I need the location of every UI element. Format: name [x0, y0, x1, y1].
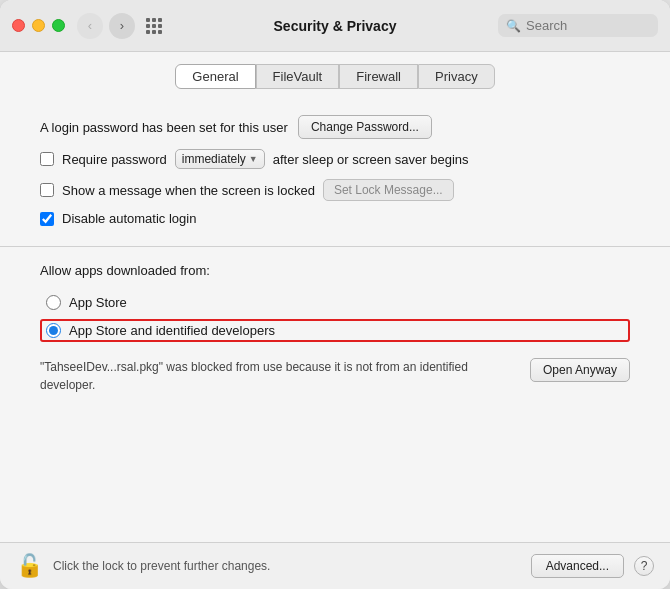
help-button[interactable]: ? — [634, 556, 654, 576]
search-box[interactable]: 🔍 — [498, 14, 658, 37]
allow-apps-section: Allow apps downloaded from: App Store Ap… — [40, 247, 630, 394]
require-password-suffix: after sleep or screen saver begins — [273, 152, 469, 167]
titlebar: ‹ › Security & Privacy 🔍 — [0, 0, 670, 52]
tab-general[interactable]: General — [175, 64, 255, 89]
lock-icon: 🔓 — [16, 553, 43, 579]
content-area: A login password has been set for this u… — [0, 99, 670, 542]
search-input[interactable] — [526, 18, 650, 33]
login-password-row: A login password has been set for this u… — [40, 115, 630, 139]
change-password-button[interactable]: Change Password... — [298, 115, 432, 139]
set-lock-message-button[interactable]: Set Lock Message... — [323, 179, 454, 201]
maximize-button[interactable] — [52, 19, 65, 32]
security-privacy-window: ‹ › Security & Privacy 🔍 General FileVau… — [0, 0, 670, 589]
blocked-app-row: "TahseeIDev...rsal.pkg" was blocked from… — [40, 358, 630, 394]
password-timing-dropdown[interactable]: immediately ▼ — [175, 149, 265, 169]
radio-app-store-devs-row: App Store and identified developers — [40, 319, 630, 342]
window-title: Security & Privacy — [274, 18, 397, 34]
require-password-checkbox[interactable] — [40, 152, 54, 166]
show-message-row: Show a message when the screen is locked… — [40, 179, 630, 201]
require-password-row: Require password immediately ▼ after sle… — [40, 149, 630, 169]
tabs-bar: General FileVault Firewall Privacy — [0, 52, 670, 99]
minimize-button[interactable] — [32, 19, 45, 32]
grid-icon — [146, 18, 162, 34]
grid-menu-button[interactable] — [141, 13, 167, 39]
back-button[interactable]: ‹ — [77, 13, 103, 39]
login-password-text: A login password has been set for this u… — [40, 120, 288, 135]
tab-filevault[interactable]: FileVault — [256, 64, 340, 89]
radio-group-allow-apps: App Store App Store and identified devel… — [40, 292, 630, 342]
disable-auto-login-row: Disable automatic login — [40, 211, 630, 226]
chevron-down-icon: ▼ — [249, 154, 258, 164]
disable-auto-login-checkbox[interactable] — [40, 212, 54, 226]
tab-firewall[interactable]: Firewall — [339, 64, 418, 89]
password-timing-value: immediately — [182, 152, 246, 166]
lock-text: Click the lock to prevent further change… — [53, 559, 521, 573]
radio-app-store[interactable] — [46, 295, 61, 310]
allow-apps-label: Allow apps downloaded from: — [40, 263, 630, 278]
blocked-app-text: "TahseeIDev...rsal.pkg" was blocked from… — [40, 358, 520, 394]
radio-app-store-row: App Store — [40, 292, 630, 313]
traffic-lights — [12, 19, 65, 32]
open-anyway-button[interactable]: Open Anyway — [530, 358, 630, 382]
require-password-label: Require password — [62, 152, 167, 167]
forward-button[interactable]: › — [109, 13, 135, 39]
search-icon: 🔍 — [506, 19, 521, 33]
close-button[interactable] — [12, 19, 25, 32]
bottom-bar: 🔓 Click the lock to prevent further chan… — [0, 542, 670, 589]
disable-auto-login-label: Disable automatic login — [62, 211, 196, 226]
password-section: A login password has been set for this u… — [40, 115, 630, 246]
radio-app-store-and-devs-label: App Store and identified developers — [69, 323, 275, 338]
radio-app-store-label: App Store — [69, 295, 127, 310]
show-message-label: Show a message when the screen is locked — [62, 183, 315, 198]
tab-privacy[interactable]: Privacy — [418, 64, 495, 89]
nav-buttons: ‹ › — [77, 13, 135, 39]
show-message-checkbox[interactable] — [40, 183, 54, 197]
radio-app-store-and-devs[interactable] — [46, 323, 61, 338]
advanced-button[interactable]: Advanced... — [531, 554, 624, 578]
